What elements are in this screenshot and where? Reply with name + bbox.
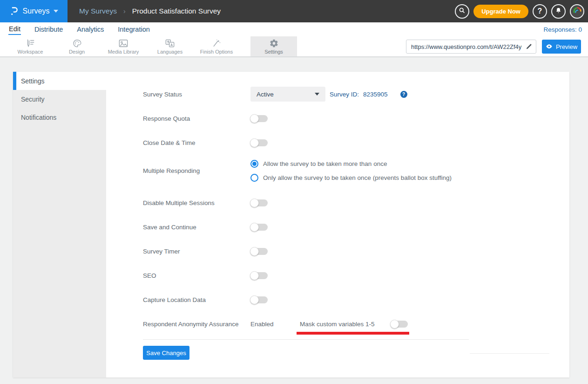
toggle-knob <box>250 247 259 256</box>
languages-translate-icon <box>165 39 175 48</box>
red-underline-annotation <box>297 332 409 335</box>
toolbar-item-label: Languages <box>157 49 182 55</box>
row-survey-timer: Survey Timer <box>143 244 569 259</box>
settings-sidebar: Settings Security Notifications <box>13 72 106 377</box>
save-and-continue-toggle[interactable] <box>250 224 268 231</box>
field-label: Survey Timer <box>143 248 250 255</box>
account-avatar[interactable] <box>570 4 584 19</box>
breadcrumb-separator: › <box>123 7 126 15</box>
sidebar-item-label: Notifications <box>21 114 56 121</box>
capture-location-toggle[interactable] <box>250 296 268 303</box>
row-multiple-responding: Multiple Responding Allow the survey to … <box>143 160 569 182</box>
help-button[interactable]: ? <box>533 4 547 19</box>
toolbar-item-label: Media Library <box>108 49 139 55</box>
topbar-actions: Upgrade Now ? <box>455 0 584 22</box>
survey-id-value: 8235905 <box>363 91 388 98</box>
radio-unselected-icon <box>250 174 258 182</box>
response-quota-toggle[interactable] <box>250 115 268 122</box>
seo-toggle[interactable] <box>250 272 268 279</box>
edit-toolbar: Workspace Design Media Library Languages… <box>0 36 588 57</box>
sidebar-item-settings[interactable]: Settings <box>13 72 106 90</box>
field-label: Response Quota <box>143 115 250 122</box>
toolbar-item-languages[interactable]: Languages <box>147 36 193 56</box>
row-respondent-anonymity: Respondent Anonymity Assurance Enabled M… <box>143 317 569 331</box>
toggle-knob <box>250 295 259 304</box>
field-label: Capture Location Data <box>143 296 250 303</box>
radio-selected-icon <box>250 160 258 168</box>
search-button[interactable] <box>455 4 469 19</box>
edit-url-pencil-icon[interactable] <box>526 43 533 52</box>
toggle-knob <box>250 271 259 280</box>
selected-value: Active <box>257 91 274 98</box>
upgrade-now-button[interactable]: Upgrade Now <box>473 5 528 18</box>
section-tabs: Edit Distribute Analytics Integration Re… <box>0 22 588 36</box>
tab-analytics[interactable]: Analytics <box>76 24 104 34</box>
toolbar-item-media-library[interactable]: Media Library <box>100 36 147 56</box>
bell-icon <box>555 7 562 16</box>
tab-edit[interactable]: Edit <box>8 24 21 35</box>
mask-label: Mask custom variables 1-5 <box>300 321 375 328</box>
radio-only-once[interactable]: Only allow the survey to be taken once (… <box>250 174 452 182</box>
toolbar-item-settings[interactable]: Settings <box>250 36 297 56</box>
sidebar-item-security[interactable]: Security <box>13 90 106 108</box>
toolbar-item-label: Workspace <box>18 49 43 55</box>
toolbar-item-workspace[interactable]: Workspace <box>7 36 54 56</box>
surveys-product-menu[interactable]: Surveys <box>0 0 68 22</box>
breadcrumb: My Surveys › Product Satisfaction Survey <box>79 7 221 15</box>
settings-card: Settings Security Notifications Survey S… <box>13 72 569 377</box>
survey-status-select[interactable]: Active <box>250 87 325 102</box>
survey-url-input[interactable] <box>406 40 536 54</box>
sidebar-item-label: Settings <box>21 77 45 85</box>
survey-id-label: Survey ID: <box>330 91 359 98</box>
magic-wand-icon <box>212 39 222 48</box>
workspace-icon <box>25 39 35 48</box>
toggle-knob <box>250 223 259 232</box>
survey-timer-toggle[interactable] <box>250 248 268 255</box>
page-background: Settings Security Notifications Survey S… <box>0 57 588 384</box>
preview-label: Preview <box>556 43 577 50</box>
top-bar: Surveys My Surveys › Product Satisfactio… <box>0 0 588 22</box>
caret-down-icon <box>315 93 319 96</box>
preview-button[interactable]: Preview <box>542 40 581 54</box>
breadcrumb-my-surveys[interactable]: My Surveys <box>79 7 117 15</box>
field-label: Save and Continue <box>143 224 250 231</box>
settings-form: Survey Status Active Survey ID: 8235905 … <box>106 72 569 377</box>
toggle-knob <box>250 138 259 147</box>
anonymity-status: Enabled <box>250 321 300 328</box>
toggle-knob <box>390 320 399 329</box>
multiple-responding-options: Allow the survey to be taken more than o… <box>250 160 452 182</box>
logo-label: Surveys <box>23 7 50 15</box>
toggle-knob <box>250 199 259 207</box>
search-icon <box>459 7 466 16</box>
close-date-time-toggle[interactable] <box>250 139 268 146</box>
page-title: Product Satisfaction Survey <box>132 7 221 15</box>
disable-multiple-sessions-toggle[interactable] <box>250 199 268 206</box>
chevron-down-icon <box>54 10 58 13</box>
mask-custom-variables: Mask custom variables 1-5 <box>300 321 408 328</box>
notifications-button[interactable] <box>551 4 566 19</box>
tab-distribute[interactable]: Distribute <box>34 24 63 34</box>
survey-id-help-icon[interactable]: ? <box>400 91 407 98</box>
row-response-quota: Response Quota <box>143 111 569 126</box>
radio-label: Allow the survey to be taken more than o… <box>263 160 387 167</box>
divider-fragment <box>470 353 549 354</box>
toolbar-item-label: Settings <box>264 49 283 55</box>
row-seo: SEO <box>143 268 569 283</box>
toggle-knob <box>250 114 259 123</box>
media-library-icon <box>118 39 128 48</box>
radio-allow-multiple[interactable]: Allow the survey to be taken more than o… <box>250 160 452 168</box>
toolbar-item-label: Finish Options <box>200 49 233 55</box>
divider <box>143 339 469 340</box>
mask-custom-variables-toggle[interactable] <box>391 321 408 328</box>
sidebar-item-label: Security <box>21 96 45 103</box>
responses-count: Responses: 0 <box>543 26 582 33</box>
toolbar-item-finish-options[interactable]: Finish Options <box>193 36 240 56</box>
field-label: Survey Status <box>143 91 250 98</box>
help-icon: ? <box>538 7 542 15</box>
survey-id: Survey ID: 8235905 ? <box>330 91 407 98</box>
tab-integration[interactable]: Integration <box>117 24 150 34</box>
toolbar-item-design[interactable]: Design <box>54 36 100 56</box>
sidebar-item-notifications[interactable]: Notifications <box>13 108 106 126</box>
save-changes-button[interactable]: Save Changes <box>143 346 189 360</box>
gear-icon <box>269 39 279 48</box>
